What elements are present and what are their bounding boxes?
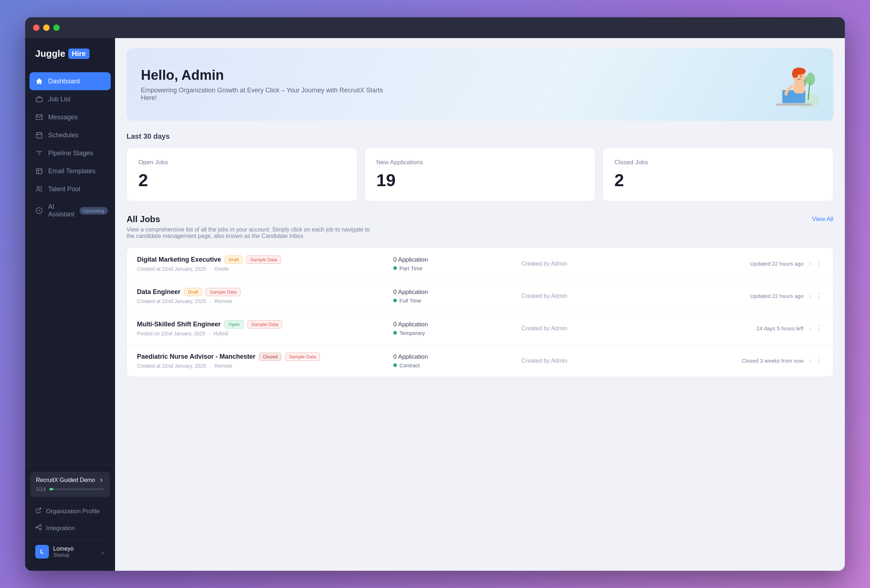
job-type: Full Time bbox=[393, 298, 521, 304]
job-creator: Created by Admin bbox=[521, 357, 650, 364]
filter-icon bbox=[35, 149, 43, 157]
sidebar-item-job-list[interactable]: Job List bbox=[25, 90, 115, 108]
job-meta: Created at 22nd January, 2025 · Remote bbox=[137, 298, 393, 304]
sidebar-item-schedules[interactable]: Schedules bbox=[25, 126, 115, 144]
maximize-button[interactable] bbox=[53, 24, 60, 31]
svg-rect-0 bbox=[36, 98, 42, 102]
chevron-right-icon[interactable]: › bbox=[809, 292, 811, 300]
sidebar-item-talent-pool[interactable]: Talent Pool bbox=[25, 180, 115, 198]
jobs-subtitle: View a comprehensive list of all the job… bbox=[127, 226, 378, 240]
integration-icon bbox=[35, 524, 42, 532]
sidebar-item-label: Email Templates bbox=[48, 167, 95, 175]
hero-illustration bbox=[761, 61, 819, 108]
job-name: Digital Marketing Executive bbox=[137, 256, 221, 263]
more-options-icon[interactable]: ⋮ bbox=[815, 292, 823, 301]
job-apps: 0 Application Temporary bbox=[393, 321, 521, 336]
svg-rect-3 bbox=[37, 168, 42, 174]
type-dot bbox=[393, 299, 397, 302]
job-actions: › ⋮ bbox=[809, 324, 823, 333]
sidebar: Juggle Hire Dashboard Job List bbox=[25, 38, 115, 571]
briefcase-icon bbox=[35, 95, 43, 103]
logo-badge: Hire bbox=[68, 49, 89, 59]
job-time: 24 days 5 hours left bbox=[650, 325, 809, 331]
hero-banner: Hello, Admin Empowering Organization Gro… bbox=[127, 48, 833, 121]
user-info: Lomeyo Startup bbox=[53, 546, 96, 558]
more-options-icon[interactable]: ⋮ bbox=[815, 259, 823, 268]
sidebar-item-label: AI Assistant bbox=[48, 203, 74, 218]
view-all-button[interactable]: View All bbox=[812, 216, 833, 223]
job-info: Data Engineer Draft Sample Data Created … bbox=[137, 288, 393, 304]
guided-demo-title: RecruitX Guided Demo bbox=[36, 477, 104, 484]
sidebar-item-dashboard[interactable]: Dashboard bbox=[30, 72, 111, 90]
badge-draft: Draft bbox=[225, 256, 243, 264]
job-title-row: Paediatric Nurse Advisor - Manchester Cl… bbox=[137, 353, 393, 361]
job-actions: › ⋮ bbox=[809, 259, 823, 268]
hero-greeting: Hello, Admin bbox=[141, 68, 393, 83]
guided-demo-box[interactable]: RecruitX Guided Demo 1/14 bbox=[30, 472, 110, 497]
sidebar-item-label: Dashboard bbox=[48, 77, 80, 85]
job-time: Updated 22 hours ago bbox=[650, 293, 809, 299]
stat-value: 19 bbox=[376, 170, 584, 190]
logo-text: Juggle bbox=[35, 48, 66, 59]
type-dot bbox=[393, 266, 397, 270]
job-name: Paediatric Nurse Advisor - Manchester bbox=[137, 353, 255, 360]
sidebar-item-ai-assistant[interactable]: AI Assistant Upcoming bbox=[25, 198, 115, 223]
job-name: Multi-Skilled Shift Engineer bbox=[137, 321, 221, 328]
badge-sample: Sample Data bbox=[246, 256, 281, 264]
more-options-icon[interactable]: ⋮ bbox=[815, 324, 823, 333]
jobs-title: All Jobs bbox=[127, 214, 378, 224]
job-actions: › ⋮ bbox=[809, 292, 823, 301]
badge-sample: Sample Data bbox=[206, 288, 240, 296]
table-row[interactable]: Digital Marketing Executive Draft Sample… bbox=[127, 248, 833, 280]
user-role: Startup bbox=[53, 552, 96, 558]
svg-point-7 bbox=[36, 527, 38, 528]
chevron-right-icon[interactable]: › bbox=[809, 260, 811, 267]
calendar-icon bbox=[35, 131, 43, 139]
stat-label: Closed Jobs bbox=[614, 159, 821, 166]
table-row[interactable]: Multi-Skilled Shift Engineer Open Sample… bbox=[127, 312, 833, 345]
user-name: Lomeyo bbox=[53, 546, 96, 552]
stat-card-closed-jobs: Closed Jobs 2 bbox=[603, 148, 833, 201]
jobs-header: All Jobs View a comprehensive list of al… bbox=[127, 214, 833, 240]
badge-open: Open bbox=[224, 320, 244, 329]
nav-items: Dashboard Job List Messages bbox=[25, 72, 115, 464]
chevron-right-icon[interactable]: › bbox=[809, 357, 811, 365]
svg-point-8 bbox=[40, 525, 41, 527]
sidebar-item-org-profile[interactable]: Organization Profile bbox=[30, 503, 110, 520]
stat-card-open-jobs: Open Jobs 2 bbox=[127, 148, 358, 201]
sidebar-item-email-templates[interactable]: Email Templates bbox=[25, 162, 115, 180]
table-row[interactable]: Paediatric Nurse Advisor - Manchester Cl… bbox=[127, 345, 833, 377]
jobs-list: Digital Marketing Executive Draft Sample… bbox=[127, 247, 833, 377]
job-creator: Created by Admin bbox=[521, 261, 650, 267]
app-window: Juggle Hire Dashboard Job List bbox=[25, 17, 845, 571]
table-row[interactable]: Data Engineer Draft Sample Data Created … bbox=[127, 280, 833, 312]
user-area[interactable]: L Lomeyo Startup ⌄ bbox=[30, 539, 110, 564]
sidebar-item-pipeline-stages[interactable]: Pipeline Stages bbox=[25, 144, 115, 162]
svg-rect-19 bbox=[776, 104, 812, 106]
chevron-right-icon[interactable]: › bbox=[809, 325, 811, 332]
more-options-icon[interactable]: ⋮ bbox=[815, 356, 823, 366]
badge-draft: Draft bbox=[184, 288, 202, 296]
progress-bar-fill bbox=[49, 488, 53, 490]
close-button[interactable] bbox=[33, 24, 40, 31]
job-type: Part Time bbox=[393, 265, 521, 271]
hero-subtitle: Empowering Organization Growth at Every … bbox=[141, 86, 393, 102]
jobs-header-left: All Jobs View a comprehensive list of al… bbox=[127, 214, 378, 240]
svg-point-16 bbox=[806, 73, 815, 86]
job-title-row: Data Engineer Draft Sample Data bbox=[137, 288, 393, 296]
sidebar-item-messages[interactable]: Messages bbox=[25, 108, 115, 126]
jobs-section: All Jobs View a comprehensive list of al… bbox=[127, 214, 833, 377]
svg-point-24 bbox=[797, 76, 798, 77]
job-type: Contract bbox=[393, 362, 521, 368]
ai-icon bbox=[35, 207, 43, 214]
svg-line-6 bbox=[38, 508, 41, 511]
badge-sample: Sample Data bbox=[285, 353, 320, 361]
job-title-row: Multi-Skilled Shift Engineer Open Sample… bbox=[137, 320, 393, 329]
type-dot bbox=[393, 363, 397, 367]
svg-point-9 bbox=[40, 528, 41, 530]
stats-section-label: Last 30 days bbox=[127, 132, 833, 140]
people-icon bbox=[35, 185, 43, 193]
titlebar bbox=[25, 17, 845, 38]
sidebar-item-integration[interactable]: Integration bbox=[30, 520, 110, 537]
minimize-button[interactable] bbox=[43, 24, 50, 31]
